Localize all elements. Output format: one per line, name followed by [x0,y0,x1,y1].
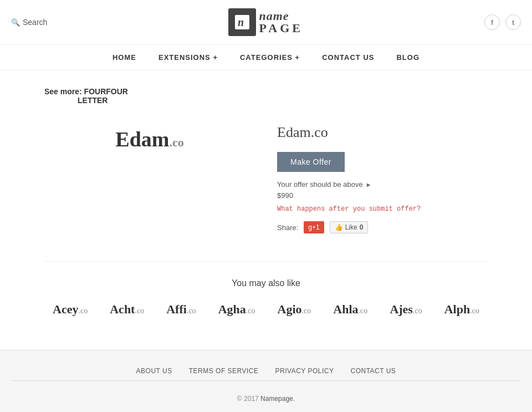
domain-item-name: Agio [278,302,302,316]
nav-item-contact[interactable]: CONTACT US [322,53,374,62]
domain-logo-large: Edam.co [115,127,183,151]
nav-item-blog[interactable]: BLOG [396,53,420,62]
domain-item[interactable]: Ajes.co [390,302,422,317]
logo-name: name [259,10,303,22]
four-link[interactable]: FOUR [106,87,128,96]
domain-item-name: Acht [110,302,135,316]
breadcrumb-link2[interactable]: LETTER [78,96,488,105]
main-nav: HOME EXTENSIONS + CATEGORIES + CONTACT U… [0,45,532,70]
thumbsup-icon: 👍 [335,223,343,231]
svg-text:n: n [238,16,244,28]
also-like-title: You may also like [44,278,488,288]
header: 🔍 Search n name PAGE f t [0,0,532,45]
logo-icon: n [228,8,256,36]
main-content: See more: FOURFOUR LETTER Edam.co Edam.c… [0,70,532,350]
footer: ABOUT USTERMS OF SERVICEPRIVACY POLICYCO… [0,350,532,412]
domain-grid: Acey.coAcht.coAffi.coAgha.coAgio.coAhla.… [44,302,488,317]
nav-item-extensions[interactable]: EXTENSIONS + [158,53,218,62]
breadcrumb-link1[interactable]: FOUR [84,87,106,96]
domain-item[interactable]: Agha.co [218,302,255,317]
domain-item-tld: .co [78,307,88,315]
domain-item[interactable]: Agio.co [278,302,311,317]
gplus-button[interactable]: g+1 [304,221,324,233]
logo-text: name PAGE [256,10,303,34]
footer-copy: © 2017 Namepage. [11,389,521,403]
domain-item-tld: .co [302,307,311,315]
domain-item-tld: .co [135,307,144,315]
footer-link[interactable]: PRIVACY POLICY [275,367,334,375]
breadcrumb-prefix: See more: [44,87,82,96]
search-icon: 🔍 [11,18,20,27]
footer-link[interactable]: TERMS OF SERVICE [189,367,259,375]
domain-item[interactable]: Ahla.co [333,302,367,317]
site-logo[interactable]: n name PAGE [228,8,303,36]
offer-info: Your offer should be above ► [277,180,488,189]
copy-year: © 2017 [237,395,259,403]
product-title: Edam.co [277,124,488,141]
domain-item[interactable]: Acey.co [53,302,88,317]
domain-tld-large: .co [169,135,183,149]
domain-item-tld: .co [413,307,422,315]
breadcrumb: See more: FOURFOUR LETTER [44,87,488,105]
share-label: Share: [277,223,298,232]
domain-item-tld: .co [470,307,479,315]
logo-page: PAGE [259,22,303,34]
domain-item[interactable]: Alph.co [444,302,479,317]
footer-links: ABOUT USTERMS OF SERVICEPRIVACY POLICYCO… [11,362,521,381]
footer-link[interactable]: ABOUT US [136,367,172,375]
domain-item-tld: .co [359,307,368,315]
product-section: Edam.co Edam.co Make Offer Your offer sh… [44,121,488,233]
copy-brand-link[interactable]: Namepage. [260,395,295,403]
product-info: Edam.co Make Offer Your offer should be … [277,121,488,233]
domain-name-large: Edam [115,128,169,151]
make-offer-button[interactable]: Make Offer [277,152,345,172]
fb-like-count: 0 [360,223,364,231]
what-happens-link[interactable]: What happens after you submit offer? [277,205,488,213]
fb-like-label: Like [345,223,357,231]
domain-item-tld: .co [246,307,255,315]
offer-price: $990 [277,191,488,200]
facebook-like-button[interactable]: 👍 Like 0 [330,221,369,233]
domain-item-name: Affi [166,302,187,316]
domain-item-name: Alph [444,302,470,316]
domain-item-name: Ajes [390,302,413,316]
domain-item-name: Ahla [333,302,358,316]
offer-arrow-icon: ► [366,181,372,188]
domain-item-tld: .co [187,307,196,315]
nav-item-categories[interactable]: CATEGORIES + [240,53,300,62]
domain-item-name: Acey [53,302,78,316]
share-row: Share: g+1 👍 Like 0 [277,221,488,233]
footer-link[interactable]: CONTACT US [350,367,396,375]
logo-svg: n [234,14,250,30]
search-label: Search [23,18,47,27]
domain-item[interactable]: Affi.co [166,302,196,317]
domain-item[interactable]: Acht.co [110,302,144,317]
search-button[interactable]: 🔍 Search [11,18,47,27]
social-links: f t [484,14,521,30]
domain-item-name: Agha [218,302,246,316]
twitter-icon[interactable]: t [505,14,521,30]
facebook-icon[interactable]: f [484,14,500,30]
nav-item-home[interactable]: HOME [112,53,136,62]
product-image: Edam.co [44,121,255,233]
also-like-section: You may also like Acey.coAcht.coAffi.coA… [44,261,488,317]
offer-info-text: Your offer should be above [277,180,363,189]
